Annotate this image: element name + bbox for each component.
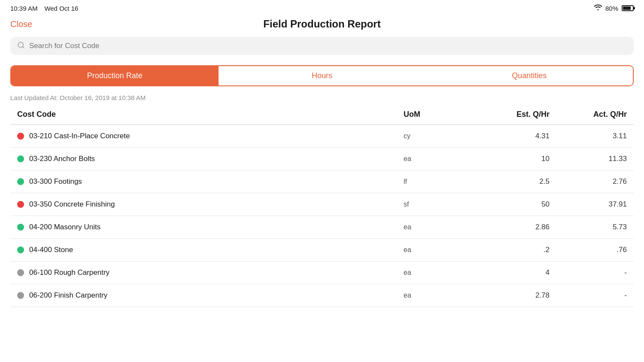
est-value: 4	[472, 268, 550, 277]
status-time: 10:39 AM	[10, 5, 37, 12]
cost-code-cell: 03-350 Concrete Finishing	[17, 200, 404, 209]
uom-value: lf	[404, 178, 472, 186]
uom-value: ea	[404, 292, 472, 299]
table-body: 03-210 Cast-In-Place Concrete cy 4.31 3.…	[10, 125, 634, 307]
table-row: 03-230 Anchor Bolts ea 10 11.33	[10, 148, 634, 170]
cost-code-cell: 06-100 Rough Carpentry	[17, 268, 404, 277]
uom-value: cy	[404, 132, 472, 140]
tab-hours[interactable]: Hours	[219, 66, 426, 85]
act-value: 37.91	[550, 200, 627, 209]
cost-code-cell: 04-400 Stone	[17, 246, 404, 254]
uom-value: ea	[404, 223, 472, 231]
act-value: 5.73	[550, 223, 627, 231]
cost-code-cell: 06-200 Finish Carpentry	[17, 291, 404, 300]
status-date: Wed Oct 16	[44, 5, 78, 12]
act-value: -	[550, 291, 627, 300]
cost-code-cell: 04-200 Masonry Units	[17, 223, 404, 231]
status-dot	[17, 133, 24, 140]
status-dot	[17, 155, 24, 162]
uom-value: sf	[404, 201, 472, 208]
col-header-act: Act. Q/Hr	[550, 110, 627, 119]
status-dot	[17, 292, 24, 299]
status-dot	[17, 246, 24, 253]
col-header-cost-code: Cost Code	[17, 110, 404, 119]
last-updated-text: Last Updated At: October 16, 2019 at 10:…	[0, 91, 644, 106]
act-value: 3.11	[550, 132, 627, 140]
page-title: Field Production Report	[263, 18, 380, 30]
table-row: 06-100 Rough Carpentry ea 4 -	[10, 262, 634, 284]
search-container	[0, 37, 644, 62]
cost-code-label: 03-210 Cast-In-Place Concrete	[29, 132, 130, 140]
table-row: 03-350 Concrete Finishing sf 50 37.91	[10, 193, 634, 216]
search-icon	[17, 41, 25, 51]
status-dot	[17, 224, 24, 231]
cost-code-cell: 03-300 Footings	[17, 177, 404, 186]
tab-quantities[interactable]: Quantities	[425, 66, 633, 85]
close-button[interactable]: Close	[10, 19, 32, 29]
tab-production-rate[interactable]: Production Rate	[11, 66, 219, 85]
status-dot	[17, 269, 24, 276]
table-row: 04-200 Masonry Units ea 2.86 5.73	[10, 216, 634, 239]
header: Close Field Production Report	[0, 15, 644, 37]
est-value: .2	[472, 246, 550, 254]
act-value: 2.76	[550, 177, 627, 186]
status-dot	[17, 178, 24, 185]
cost-code-label: 04-400 Stone	[29, 246, 73, 254]
table-row: 03-210 Cast-In-Place Concrete cy 4.31 3.…	[10, 125, 634, 148]
cost-code-cell: 03-210 Cast-In-Place Concrete	[17, 132, 404, 140]
uom-value: ea	[404, 155, 472, 163]
act-value: .76	[550, 246, 627, 254]
tab-container: Production Rate Hours Quantities	[0, 62, 644, 91]
svg-line-1	[22, 46, 24, 48]
est-value: 2.5	[472, 177, 550, 186]
battery-icon	[622, 5, 634, 11]
table-header: Cost Code UoM Est. Q/Hr Act. Q/Hr	[10, 106, 634, 125]
est-value: 10	[472, 155, 550, 163]
col-header-uom: UoM	[404, 110, 472, 119]
act-value: -	[550, 268, 627, 277]
status-bar: 10:39 AM Wed Oct 16 80%	[0, 0, 644, 15]
est-value: 2.78	[472, 291, 550, 300]
table-row: 04-400 Stone ea .2 .76	[10, 239, 634, 262]
est-value: 50	[472, 200, 550, 209]
tab-group: Production Rate Hours Quantities	[10, 65, 634, 86]
uom-value: ea	[404, 269, 472, 277]
est-value: 2.86	[472, 223, 550, 231]
cost-code-label: 04-200 Masonry Units	[29, 223, 100, 231]
battery-percent: 80%	[605, 5, 618, 12]
cost-code-label: 03-230 Anchor Bolts	[29, 155, 95, 163]
table-container: Cost Code UoM Est. Q/Hr Act. Q/Hr 03-210…	[0, 106, 644, 307]
cost-code-label: 06-100 Rough Carpentry	[29, 268, 109, 277]
wifi-icon	[594, 4, 602, 12]
search-bar	[10, 37, 634, 55]
cost-code-label: 06-200 Finish Carpentry	[29, 291, 107, 300]
est-value: 4.31	[472, 132, 550, 140]
table-row: 06-200 Finish Carpentry ea 2.78 -	[10, 284, 634, 307]
cost-code-cell: 03-230 Anchor Bolts	[17, 155, 404, 163]
col-header-est: Est. Q/Hr	[472, 110, 550, 119]
cost-code-label: 03-300 Footings	[29, 177, 82, 186]
cost-code-label: 03-350 Concrete Finishing	[29, 200, 115, 209]
act-value: 11.33	[550, 155, 627, 163]
status-dot	[17, 201, 24, 208]
uom-value: ea	[404, 246, 472, 254]
table-row: 03-300 Footings lf 2.5 2.76	[10, 170, 634, 193]
search-input[interactable]	[29, 42, 627, 50]
